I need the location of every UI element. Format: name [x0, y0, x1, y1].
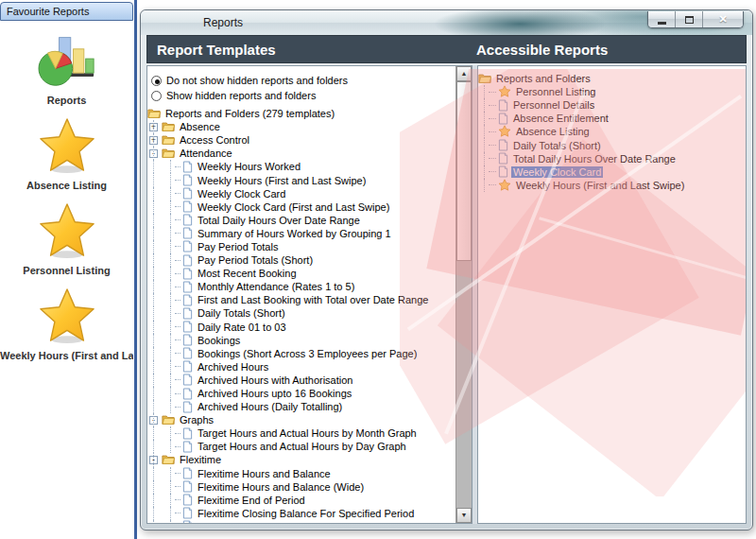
report-icon	[182, 161, 193, 173]
tree-guide	[170, 440, 171, 453]
tree-guide	[484, 98, 485, 112]
tree-item[interactable]: Weekly Hours (First and Last Swipe)	[147, 173, 472, 186]
tree-guide	[153, 321, 154, 334]
tree-guide	[153, 120, 154, 133]
tree-item[interactable]: Summary of Hours Worked by Grouping 1	[147, 227, 472, 240]
tree-connector	[175, 193, 180, 194]
tree-item[interactable]: Personnel Listing	[478, 85, 746, 98]
tree-item[interactable]: Pay Period Totals	[147, 240, 472, 253]
minimize-button[interactable]	[648, 11, 676, 27]
tree-item[interactable]: Daily Totals (Short)	[147, 306, 472, 320]
tree-item[interactable]: Bookings	[147, 334, 472, 347]
tree-item-label: Flexitime Balance with Authorisation	[196, 521, 366, 524]
tree-guide	[153, 480, 154, 494]
report-icon	[182, 214, 193, 226]
tree-connector	[175, 246, 180, 247]
accessible-reports-panel: Reports and FoldersPersonnel ListingPers…	[477, 65, 747, 524]
favourite-item[interactable]: Personnel Listing	[0, 200, 133, 276]
tree-item[interactable]: First and Last Booking with Total over D…	[147, 293, 472, 306]
favourite-item[interactable]: Reports	[0, 30, 133, 106]
tree-guide	[153, 347, 154, 360]
tree-item-label: Absence Listing	[514, 126, 592, 137]
report-icon	[182, 480, 193, 493]
tree-item[interactable]: Flexitime Closing Balance For Specified …	[147, 507, 472, 520]
scroll-up-button[interactable]: ▲	[456, 66, 472, 81]
report-icon	[182, 334, 193, 346]
report-icon	[182, 268, 193, 280]
tree-item[interactable]: Pay Period Totals (Short)	[147, 253, 472, 267]
tree-guide	[153, 453, 154, 466]
tree-item[interactable]: Weekly Clock Card (First and Last Swipe)	[147, 200, 472, 214]
tree-connector	[489, 145, 496, 146]
tree-item[interactable]: Target Hours and Actual Hours by Day Gra…	[147, 440, 472, 453]
window-title: Reports	[203, 16, 243, 29]
tree-item[interactable]: Archived Hours upto 16 Bookings	[147, 387, 472, 400]
tree-connector	[175, 379, 180, 380]
radio-icon[interactable]	[151, 76, 162, 86]
hidden-reports-option[interactable]: Do not show hidden reports and folders	[151, 73, 472, 88]
tree-item[interactable]: +Absence	[147, 120, 472, 133]
tree-item[interactable]: -Flexitime	[147, 453, 472, 466]
tree-guide	[153, 507, 154, 520]
report-icon	[182, 187, 193, 200]
favourites-header: Favourite Reports	[0, 2, 133, 21]
window-controls: ✕	[647, 11, 744, 28]
tree-item[interactable]: Target Hours and Actual Hours by Month G…	[147, 426, 472, 440]
tree-item[interactable]: Reports and Folders	[478, 72, 746, 85]
tree-item[interactable]: Daily Totals (Short)	[478, 138, 746, 151]
tree-item[interactable]: Bookings (Short Across 3 Employees per P…	[147, 347, 472, 360]
panel-header-bar: Report Templates Accessible Reports	[146, 35, 747, 63]
tree-item[interactable]: Reports and Folders (279 templates)	[147, 107, 472, 120]
tree-guide	[153, 440, 154, 453]
window-titlebar[interactable]: Reports ✕	[141, 10, 752, 35]
tree-item[interactable]: Flexitime Balance with Authorisation	[147, 520, 472, 524]
option-label: Do not show hidden reports and folders	[166, 75, 348, 86]
tree-item[interactable]: Personnel Details	[478, 98, 746, 112]
close-button[interactable]: ✕	[703, 11, 743, 27]
tree-item[interactable]: -Attendance	[147, 147, 472, 160]
tree-item[interactable]: Archived Hours	[147, 360, 472, 374]
tree-item[interactable]: Total Daily Hours Over Date Range	[478, 152, 746, 165]
tree-item-label: Archived Hours	[196, 361, 270, 373]
tree-item[interactable]: Total Daily Hours Over Date Range	[147, 214, 472, 227]
tree-item-label: Weekly Hours (First and Last Swipe)	[514, 180, 686, 191]
tree-item[interactable]: Absence Listing	[478, 125, 746, 138]
tree-item[interactable]: Absence Entitlement	[478, 112, 746, 125]
folder-icon	[147, 108, 161, 119]
tree-item-label: First and Last Booking with Total over D…	[196, 294, 430, 305]
maximize-button[interactable]	[676, 11, 703, 27]
tree-item[interactable]: Archived Hours (Daily Totalling)	[147, 400, 472, 413]
scroll-down-button[interactable]: ▼	[456, 508, 472, 523]
report-icon	[498, 165, 508, 178]
tree-item[interactable]: Archived Hours with Authorisation	[147, 374, 472, 387]
tree-item[interactable]: Weekly Clock Card	[478, 165, 746, 179]
tree-item[interactable]: Flexitime Hours and Balance	[147, 467, 472, 480]
report-icon	[182, 347, 193, 359]
tree-item[interactable]: Daily Rate 01 to 03	[147, 321, 472, 334]
star-icon	[0, 286, 133, 346]
tree-connector	[175, 407, 180, 408]
tree-connector	[175, 513, 180, 513]
tree-item[interactable]: Weekly Hours Worked	[147, 160, 472, 173]
hidden-reports-option[interactable]: Show hidden reports and folders	[151, 88, 472, 103]
tree-item[interactable]: Flexitime Hours and Balance (Wide)	[147, 480, 472, 494]
tree-item-label: Weekly Clock Card (First and Last Swipe)	[196, 201, 391, 213]
tree-guide	[153, 267, 154, 280]
radio-icon[interactable]	[151, 91, 162, 101]
tree-item[interactable]: +Access Control	[147, 133, 472, 147]
tree-item-label: Weekly Clock Card	[196, 188, 287, 200]
tree-guide	[484, 179, 485, 192]
favourite-item[interactable]: Absence Listing	[0, 115, 133, 191]
tree-item[interactable]: Monthly Attendance (Rates 1 to 5)	[147, 280, 472, 293]
scrollbar-thumb[interactable]	[456, 81, 472, 261]
tree-item[interactable]: Most Recent Booking	[147, 267, 472, 280]
tree-item[interactable]: -Graphs	[147, 413, 472, 426]
favourite-item[interactable]: Weekly Hours (First and Last Swipe)	[0, 286, 133, 361]
tree-item[interactable]: Flexitime End of Period	[147, 494, 472, 507]
tree-connector	[175, 433, 180, 434]
tree-item[interactable]: Weekly Hours (First and Last Swipe)	[478, 179, 746, 192]
templates-scrollbar[interactable]: ▲ ▼	[455, 66, 472, 523]
tree-connector	[489, 158, 496, 159]
report-icon	[182, 507, 193, 519]
tree-item[interactable]: Weekly Clock Card	[147, 187, 472, 200]
